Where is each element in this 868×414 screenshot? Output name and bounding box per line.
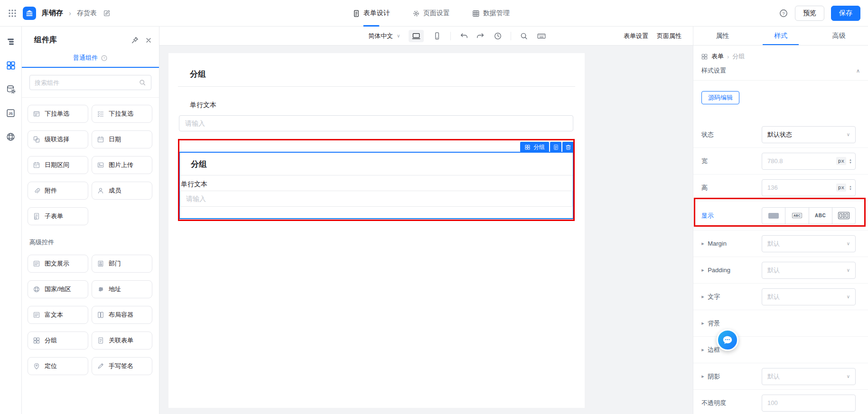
height-stepper[interactable]: ▲▼ bbox=[849, 185, 852, 191]
component-item-layout[interactable]: 布局容器 bbox=[92, 306, 152, 324]
customer-service-chat-button[interactable] bbox=[717, 329, 738, 351]
form-settings-link[interactable]: 表单设置 bbox=[624, 32, 648, 40]
source-edit-button[interactable]: 源码编辑 bbox=[701, 91, 739, 104]
flex-display-icon bbox=[838, 212, 849, 219]
breadcrumb-form[interactable]: 表单 bbox=[711, 52, 724, 61]
component-item-date[interactable]: 日期 bbox=[92, 130, 152, 148]
height-input[interactable] bbox=[767, 184, 836, 191]
component-item-attachment[interactable]: 附件 bbox=[28, 182, 88, 200]
canvas-search-icon[interactable] bbox=[520, 32, 528, 40]
shortcuts-keyboard-icon[interactable] bbox=[537, 31, 546, 41]
style-section-header[interactable]: 样式设置 ∧ bbox=[693, 61, 868, 81]
component-item-rich-media[interactable]: 图文展示 bbox=[28, 255, 88, 273]
component-item-member[interactable]: 成员 bbox=[92, 182, 152, 200]
form-canvas-card[interactable]: 分组 单行文本 分组 单行文本 分组 bbox=[168, 53, 585, 408]
component-item-image-upload[interactable]: 图片上传 bbox=[92, 156, 152, 174]
collapse-up-icon[interactable]: ∧ bbox=[856, 68, 860, 74]
nav-tab-page-settings[interactable]: 页面设置 bbox=[412, 0, 450, 27]
spin-down-icon: ▼ bbox=[849, 161, 852, 164]
caret-right-icon[interactable]: ▶ bbox=[701, 241, 704, 245]
undo-icon[interactable] bbox=[459, 32, 468, 40]
display-flex-option[interactable] bbox=[832, 208, 855, 224]
component-item-cascade[interactable]: 级联选择 bbox=[28, 130, 88, 148]
component-item-daterange[interactable]: 日期区间 bbox=[28, 156, 88, 174]
image-upload-icon bbox=[97, 161, 104, 169]
component-item-group[interactable]: 分组 bbox=[28, 331, 88, 350]
component-item-department[interactable]: 部门 bbox=[92, 255, 152, 273]
desktop-view-icon[interactable] bbox=[409, 30, 424, 42]
app-launcher-icon[interactable] bbox=[8, 9, 17, 18]
display-block-option[interactable] bbox=[762, 208, 785, 224]
app-name[interactable]: 库销存 bbox=[42, 9, 63, 18]
canvas-toolbar: 简体中文 ∨ 表单设置 页面属性 bbox=[159, 27, 693, 46]
delete-component-button[interactable] bbox=[562, 142, 574, 152]
copy-icon bbox=[552, 144, 560, 151]
selected-component-tag[interactable]: 分组 bbox=[520, 142, 549, 152]
redo-icon[interactable] bbox=[476, 32, 485, 40]
display-inline-block-option[interactable]: ABC bbox=[785, 208, 808, 224]
components-help-icon[interactable] bbox=[101, 55, 108, 62]
outline-tree-icon[interactable] bbox=[6, 37, 16, 46]
status-select[interactable]: 默认状态 ∨ bbox=[762, 126, 856, 143]
caret-right-icon[interactable]: ▶ bbox=[701, 348, 704, 351]
shadow-row: ▶阴影 默认 ∨ bbox=[693, 363, 868, 390]
component-item-location[interactable]: 定位 bbox=[28, 357, 88, 375]
opacity-input[interactable] bbox=[767, 399, 852, 406]
status-row: 状态 默认状态 ∨ bbox=[693, 121, 868, 148]
history-clock-icon[interactable] bbox=[494, 32, 502, 40]
rich-media-icon bbox=[33, 260, 40, 267]
search-icon[interactable] bbox=[139, 79, 146, 86]
component-item-richtext[interactable]: 富文本 bbox=[28, 306, 88, 324]
component-item-linked-form[interactable]: 关联表单 bbox=[92, 331, 152, 350]
component-item-subform[interactable]: 子表单 bbox=[28, 207, 88, 225]
component-panel-header: 组件库 bbox=[22, 27, 159, 45]
component-item-signature[interactable]: 手写签名 bbox=[92, 357, 152, 375]
component-item-multiselect[interactable]: 下拉复选 bbox=[92, 105, 152, 123]
component-search-box bbox=[29, 75, 151, 90]
component-item-country[interactable]: 国家/地区 bbox=[28, 280, 88, 298]
caret-right-icon[interactable]: ▶ bbox=[701, 374, 704, 378]
rename-edit-icon[interactable] bbox=[103, 9, 111, 18]
page-properties-link[interactable]: 页面属性 bbox=[657, 32, 681, 40]
tab-style[interactable]: 样式 bbox=[752, 27, 810, 45]
data-source-icon[interactable] bbox=[6, 84, 16, 94]
nav-tab-data-manage[interactable]: 数据管理 bbox=[472, 0, 510, 27]
px-unit-badge: px bbox=[836, 157, 846, 165]
data-manage-table-icon bbox=[472, 9, 480, 18]
caret-right-icon[interactable]: ▶ bbox=[701, 321, 704, 325]
selected-group-component[interactable]: 分组 单行文本 bbox=[179, 152, 574, 219]
pin-panel-icon[interactable] bbox=[131, 36, 139, 45]
component-item-select[interactable]: 下拉单选 bbox=[28, 105, 88, 123]
width-stepper[interactable]: ▲▼ bbox=[849, 158, 852, 164]
nav-tab-form-design[interactable]: 表单设计 bbox=[352, 0, 390, 27]
tab-advanced[interactable]: 高级 bbox=[810, 27, 868, 45]
display-inline-option[interactable]: ABC bbox=[809, 208, 832, 224]
copy-component-button[interactable] bbox=[550, 142, 561, 152]
javascript-icon[interactable] bbox=[6, 108, 16, 118]
caret-right-icon[interactable]: ▶ bbox=[701, 268, 704, 272]
component-search-input[interactable] bbox=[35, 79, 139, 86]
help-icon[interactable] bbox=[779, 9, 788, 18]
save-button[interactable]: 保存 bbox=[831, 6, 860, 21]
tab-common-components[interactable]: 普通组件 bbox=[73, 54, 98, 62]
app-logo-icon[interactable] bbox=[23, 7, 36, 20]
tab-attributes[interactable]: 属性 bbox=[693, 27, 752, 45]
caret-right-icon[interactable]: ▶ bbox=[701, 294, 704, 298]
preview-button[interactable]: 预览 bbox=[795, 6, 824, 21]
text-field-input[interactable] bbox=[179, 115, 573, 131]
text-style-row: ▶文字 默认 ∨ bbox=[693, 284, 868, 310]
selected-text-field-input[interactable] bbox=[180, 191, 573, 207]
page-name: 存货表 bbox=[77, 9, 97, 18]
close-panel-icon[interactable] bbox=[145, 36, 152, 45]
padding-select[interactable]: 默认 ∨ bbox=[762, 262, 856, 279]
language-selector[interactable]: 简体中文 ∨ bbox=[368, 32, 400, 40]
components-grid-icon[interactable] bbox=[6, 60, 16, 71]
mobile-view-icon[interactable] bbox=[432, 31, 442, 41]
shadow-select[interactable]: 默认 ∨ bbox=[762, 368, 856, 385]
component-item-address[interactable]: 地址 bbox=[92, 280, 152, 298]
globe-i18n-icon[interactable] bbox=[6, 132, 16, 142]
margin-select[interactable]: 默认 ∨ bbox=[762, 235, 856, 252]
text-style-select[interactable]: 默认 ∨ bbox=[762, 288, 856, 305]
height-row: 高 px ▲▼ bbox=[693, 175, 868, 201]
width-input[interactable] bbox=[767, 157, 836, 165]
